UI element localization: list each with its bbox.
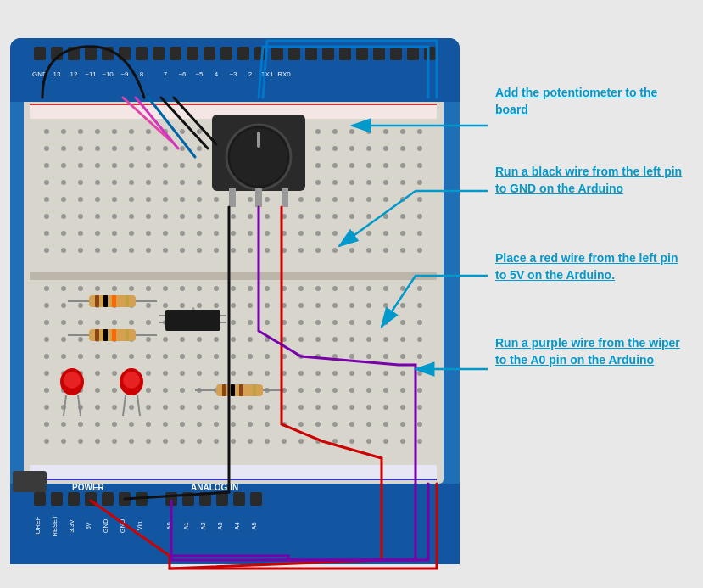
- svg-point-273: [231, 286, 236, 291]
- svg-rect-60: [182, 492, 194, 506]
- svg-point-130: [146, 163, 151, 168]
- svg-rect-55: [85, 492, 97, 506]
- svg-point-438: [298, 405, 304, 410]
- svg-point-400: [44, 388, 49, 393]
- svg-rect-17: [136, 47, 148, 60]
- svg-rect-63: [233, 492, 245, 506]
- svg-point-316: [180, 320, 185, 325]
- svg-point-140: [315, 163, 321, 168]
- svg-rect-511: [126, 329, 129, 341]
- svg-point-317: [197, 320, 202, 325]
- svg-rect-25: [271, 47, 283, 60]
- svg-point-405: [129, 388, 134, 393]
- svg-point-378: [61, 371, 66, 376]
- svg-point-199: [146, 214, 151, 219]
- svg-point-245: [146, 248, 151, 253]
- svg-point-403: [95, 388, 100, 393]
- svg-point-257: [349, 248, 354, 253]
- svg-text:~10: ~10: [102, 70, 114, 78]
- svg-point-294: [197, 303, 202, 308]
- svg-point-281: [366, 286, 371, 291]
- svg-point-419: [366, 388, 371, 393]
- svg-point-388: [231, 371, 236, 376]
- svg-point-300: [298, 303, 304, 308]
- svg-point-240: [61, 248, 66, 253]
- svg-rect-496: [229, 188, 236, 207]
- svg-point-384: [163, 371, 168, 376]
- svg-point-221: [129, 231, 134, 236]
- svg-rect-15: [102, 47, 114, 60]
- svg-point-170: [44, 197, 49, 202]
- svg-point-354: [44, 354, 49, 359]
- svg-text:4: 4: [215, 70, 219, 78]
- svg-point-220: [112, 231, 117, 236]
- svg-point-525: [60, 368, 84, 395]
- svg-text:8: 8: [140, 70, 144, 78]
- svg-point-366: [248, 354, 253, 359]
- svg-point-206: [265, 214, 270, 219]
- svg-point-243: [112, 248, 117, 253]
- svg-point-334: [95, 337, 100, 342]
- svg-point-332: [61, 337, 66, 342]
- svg-point-485: [315, 439, 321, 444]
- svg-point-494: [230, 128, 287, 186]
- svg-rect-500: [89, 295, 136, 307]
- svg-point-136: [248, 163, 253, 168]
- svg-point-217: [61, 231, 66, 236]
- svg-point-263: [61, 286, 66, 291]
- svg-point-392: [298, 371, 304, 376]
- svg-point-391: [282, 371, 287, 376]
- svg-point-318: [214, 320, 219, 325]
- svg-point-342: [231, 337, 236, 342]
- svg-point-223: [163, 231, 168, 236]
- svg-point-158: [231, 180, 236, 185]
- svg-point-465: [366, 422, 371, 427]
- svg-point-481: [248, 439, 253, 444]
- svg-point-249: [214, 248, 219, 253]
- svg-point-454: [180, 422, 185, 427]
- svg-point-427: [112, 405, 117, 410]
- svg-point-336: [129, 337, 134, 342]
- svg-point-311: [95, 320, 100, 325]
- svg-point-371: [332, 354, 338, 359]
- svg-point-414: [282, 388, 287, 393]
- svg-rect-10: [10, 81, 460, 102]
- svg-point-97: [366, 129, 371, 134]
- svg-point-368: [282, 354, 287, 359]
- svg-rect-32: [390, 47, 402, 60]
- svg-text:~5: ~5: [195, 70, 204, 78]
- svg-point-355: [61, 354, 66, 359]
- svg-point-229: [265, 231, 270, 236]
- svg-point-178: [180, 197, 185, 202]
- svg-point-369: [298, 354, 304, 359]
- svg-point-324: [315, 320, 321, 325]
- svg-point-385: [180, 371, 185, 376]
- svg-point-440: [332, 405, 338, 410]
- svg-point-486: [332, 439, 338, 444]
- svg-point-277: [298, 286, 304, 291]
- svg-rect-13: [68, 47, 80, 60]
- svg-point-236: [383, 231, 388, 236]
- svg-rect-516: [231, 384, 235, 396]
- svg-text:~3: ~3: [229, 70, 237, 78]
- svg-point-362: [180, 354, 185, 359]
- svg-point-234: [349, 231, 354, 236]
- svg-point-303: [349, 303, 354, 308]
- svg-point-154: [163, 180, 168, 185]
- svg-rect-61: [199, 492, 211, 506]
- svg-text:A0: A0: [165, 522, 173, 529]
- svg-point-114: [265, 146, 270, 151]
- svg-rect-501: [95, 295, 99, 307]
- svg-point-137: [265, 163, 270, 168]
- svg-point-248: [197, 248, 202, 253]
- svg-rect-21: [204, 47, 215, 60]
- svg-point-110: [197, 146, 202, 151]
- svg-point-372: [349, 354, 354, 359]
- svg-point-100: [417, 129, 422, 134]
- svg-point-428: [129, 405, 134, 410]
- svg-rect-52: [34, 492, 46, 506]
- svg-point-94: [315, 129, 321, 134]
- svg-text:3.3V: 3.3V: [68, 519, 75, 532]
- svg-point-479: [214, 439, 219, 444]
- svg-line-527: [64, 395, 66, 416]
